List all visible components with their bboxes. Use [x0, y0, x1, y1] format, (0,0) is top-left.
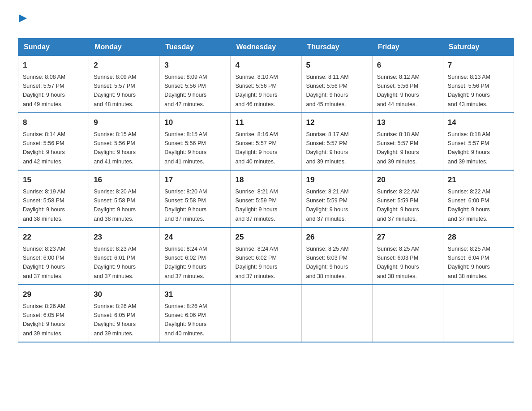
calendar-day-cell: 31Sunrise: 8:26 AMSunset: 6:06 PMDayligh…	[160, 285, 231, 342]
calendar-day-cell: 8Sunrise: 8:14 AMSunset: 5:56 PMDaylight…	[18, 113, 89, 170]
day-info: Sunrise: 8:17 AMSunset: 5:57 PMDaylight:…	[306, 131, 349, 165]
day-info: Sunrise: 8:10 AMSunset: 5:56 PMDaylight:…	[235, 74, 278, 107]
day-info: Sunrise: 8:13 AMSunset: 5:56 PMDaylight:…	[448, 74, 490, 107]
calendar-day-cell: 15Sunrise: 8:19 AMSunset: 5:58 PMDayligh…	[18, 170, 89, 227]
day-number: 21	[448, 174, 509, 186]
calendar-day-cell	[443, 285, 514, 342]
day-info: Sunrise: 8:14 AMSunset: 5:56 PMDaylight:…	[23, 131, 65, 165]
day-info: Sunrise: 8:22 AMSunset: 5:59 PMDaylight:…	[377, 188, 420, 222]
day-number: 5	[306, 60, 368, 71]
day-info: Sunrise: 8:16 AMSunset: 5:57 PMDaylight:…	[235, 131, 278, 165]
day-info: Sunrise: 8:26 AMSunset: 6:06 PMDaylight:…	[164, 303, 207, 337]
day-number: 8	[23, 117, 84, 128]
day-info: Sunrise: 8:26 AMSunset: 6:05 PMDaylight:…	[94, 303, 136, 337]
day-number: 29	[23, 289, 84, 300]
day-number: 31	[164, 289, 226, 300]
calendar-week-row: 1Sunrise: 8:08 AMSunset: 5:57 PMDaylight…	[18, 56, 514, 113]
svg-marker-0	[19, 14, 27, 22]
day-info: Sunrise: 8:23 AMSunset: 6:01 PMDaylight:…	[94, 246, 136, 279]
calendar-day-cell: 18Sunrise: 8:21 AMSunset: 5:59 PMDayligh…	[231, 170, 301, 227]
calendar-day-cell: 1Sunrise: 8:08 AMSunset: 5:57 PMDaylight…	[18, 56, 89, 113]
day-info: Sunrise: 8:08 AMSunset: 5:57 PMDaylight:…	[23, 74, 65, 107]
day-info: Sunrise: 8:25 AMSunset: 6:03 PMDaylight:…	[306, 246, 349, 279]
day-info: Sunrise: 8:22 AMSunset: 6:00 PMDaylight:…	[448, 188, 490, 222]
day-number: 15	[23, 174, 84, 186]
day-number: 10	[164, 117, 226, 128]
day-number: 13	[377, 117, 438, 128]
calendar-day-cell: 2Sunrise: 8:09 AMSunset: 5:57 PMDaylight…	[89, 56, 160, 113]
day-info: Sunrise: 8:24 AMSunset: 6:02 PMDaylight:…	[235, 246, 278, 279]
day-number: 22	[23, 231, 84, 243]
day-number: 1	[23, 60, 84, 71]
calendar-day-cell: 9Sunrise: 8:15 AMSunset: 5:56 PMDaylight…	[89, 113, 160, 170]
calendar-day-cell: 23Sunrise: 8:23 AMSunset: 6:01 PMDayligh…	[89, 227, 160, 285]
day-info: Sunrise: 8:19 AMSunset: 5:58 PMDaylight:…	[23, 188, 65, 222]
day-info: Sunrise: 8:18 AMSunset: 5:57 PMDaylight:…	[448, 131, 490, 165]
day-number: 23	[94, 231, 155, 243]
calendar-day-cell: 16Sunrise: 8:20 AMSunset: 5:58 PMDayligh…	[89, 170, 160, 227]
calendar-day-cell: 21Sunrise: 8:22 AMSunset: 6:00 PMDayligh…	[443, 170, 514, 227]
day-number: 30	[94, 289, 155, 300]
day-info: Sunrise: 8:25 AMSunset: 6:04 PMDaylight:…	[448, 246, 490, 279]
calendar-week-row: 22Sunrise: 8:23 AMSunset: 6:00 PMDayligh…	[18, 227, 514, 285]
weekday-header: Monday	[89, 39, 160, 56]
day-number: 20	[377, 174, 438, 186]
day-number: 16	[94, 174, 155, 186]
calendar-day-cell	[301, 285, 372, 342]
calendar-day-cell: 29Sunrise: 8:26 AMSunset: 6:05 PMDayligh…	[18, 285, 89, 342]
calendar-day-cell: 24Sunrise: 8:24 AMSunset: 6:02 PMDayligh…	[160, 227, 231, 285]
calendar-day-cell: 12Sunrise: 8:17 AMSunset: 5:57 PMDayligh…	[301, 113, 372, 170]
day-info: Sunrise: 8:18 AMSunset: 5:57 PMDaylight:…	[377, 131, 420, 165]
day-info: Sunrise: 8:15 AMSunset: 5:56 PMDaylight:…	[94, 131, 136, 165]
day-info: Sunrise: 8:20 AMSunset: 5:58 PMDaylight:…	[164, 188, 207, 222]
day-number: 24	[164, 231, 226, 243]
calendar-day-cell	[231, 285, 301, 342]
weekday-header: Wednesday	[231, 39, 301, 56]
day-info: Sunrise: 8:11 AMSunset: 5:56 PMDaylight:…	[306, 74, 349, 107]
day-number: 12	[306, 117, 368, 128]
calendar-day-cell: 5Sunrise: 8:11 AMSunset: 5:56 PMDaylight…	[301, 56, 372, 113]
day-info: Sunrise: 8:26 AMSunset: 6:05 PMDaylight:…	[23, 303, 65, 337]
calendar-day-cell: 28Sunrise: 8:25 AMSunset: 6:04 PMDayligh…	[443, 227, 514, 285]
day-info: Sunrise: 8:23 AMSunset: 6:00 PMDaylight:…	[23, 246, 65, 279]
calendar-day-cell: 26Sunrise: 8:25 AMSunset: 6:03 PMDayligh…	[301, 227, 372, 285]
day-number: 2	[94, 60, 155, 71]
day-number: 17	[164, 174, 226, 186]
calendar-day-cell: 27Sunrise: 8:25 AMSunset: 6:03 PMDayligh…	[372, 227, 443, 285]
calendar-day-cell: 11Sunrise: 8:16 AMSunset: 5:57 PMDayligh…	[231, 113, 301, 170]
day-number: 11	[235, 117, 296, 128]
weekday-header: Friday	[372, 39, 443, 56]
day-number: 4	[235, 60, 296, 71]
calendar-day-cell: 22Sunrise: 8:23 AMSunset: 6:00 PMDayligh…	[18, 227, 89, 285]
day-info: Sunrise: 8:09 AMSunset: 5:56 PMDaylight:…	[164, 74, 207, 107]
weekday-header: Tuesday	[160, 39, 231, 56]
calendar-day-cell: 19Sunrise: 8:21 AMSunset: 5:59 PMDayligh…	[301, 170, 372, 227]
weekday-header: Sunday	[18, 39, 89, 56]
calendar-day-cell: 14Sunrise: 8:18 AMSunset: 5:57 PMDayligh…	[443, 113, 514, 170]
calendar-day-cell	[372, 285, 443, 342]
day-number: 26	[306, 231, 368, 243]
day-number: 3	[164, 60, 226, 71]
calendar-day-cell: 17Sunrise: 8:20 AMSunset: 5:58 PMDayligh…	[160, 170, 231, 227]
weekday-header: Thursday	[301, 39, 372, 56]
day-info: Sunrise: 8:25 AMSunset: 6:03 PMDaylight:…	[377, 246, 420, 279]
calendar-table: SundayMondayTuesdayWednesdayThursdayFrid…	[18, 38, 514, 342]
day-number: 19	[306, 174, 368, 186]
weekday-header: Saturday	[443, 39, 514, 56]
day-info: Sunrise: 8:20 AMSunset: 5:58 PMDaylight:…	[94, 188, 136, 222]
page-header	[18, 13, 514, 27]
logo	[18, 13, 28, 27]
calendar-week-row: 8Sunrise: 8:14 AMSunset: 5:56 PMDaylight…	[18, 113, 514, 170]
logo-arrow-icon	[18, 13, 28, 25]
calendar-day-cell: 7Sunrise: 8:13 AMSunset: 5:56 PMDaylight…	[443, 56, 514, 113]
day-info: Sunrise: 8:12 AMSunset: 5:56 PMDaylight:…	[377, 74, 420, 107]
calendar-week-row: 29Sunrise: 8:26 AMSunset: 6:05 PMDayligh…	[18, 285, 514, 342]
calendar-day-cell: 13Sunrise: 8:18 AMSunset: 5:57 PMDayligh…	[372, 113, 443, 170]
calendar-day-cell: 3Sunrise: 8:09 AMSunset: 5:56 PMDaylight…	[160, 56, 231, 113]
day-number: 14	[448, 117, 509, 128]
day-info: Sunrise: 8:15 AMSunset: 5:56 PMDaylight:…	[164, 131, 207, 165]
day-number: 9	[94, 117, 155, 128]
calendar-day-cell: 4Sunrise: 8:10 AMSunset: 5:56 PMDaylight…	[231, 56, 301, 113]
day-number: 7	[448, 60, 509, 71]
day-info: Sunrise: 8:24 AMSunset: 6:02 PMDaylight:…	[164, 246, 207, 279]
